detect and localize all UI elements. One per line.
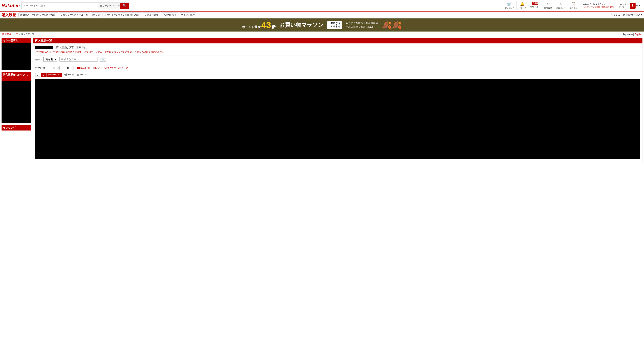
points-promo: もれなく1,000ポイント！ [583, 3, 614, 6]
banner-big-number: 43 [261, 20, 271, 30]
nav-history-label: 閲覧履歴 [544, 7, 552, 10]
view-date-icon [77, 67, 80, 69]
page-1[interactable]: 1 [35, 73, 40, 77]
content-body: の購入履歴は以下の通りです。 ご注文は10分前後で購入履歴に反映されます。注文の… [33, 44, 642, 162]
rakuten-logo[interactable]: Rakuten [2, 3, 20, 8]
lang-english-link[interactable]: English [634, 33, 642, 36]
sidebar-ranking-section: ランキング [2, 125, 31, 131]
nav-favorite-label: お気に入り [556, 7, 566, 10]
content-header: 購入履歴一覧 [33, 38, 642, 44]
subnav-points[interactable]: ポイント履歴 [179, 13, 196, 17]
banner-desc: もうすぐ冬本番！寒さ対策や 年末の準備をお得にGET [346, 21, 378, 29]
banner-date: 11/10 (土) 23:59まで [328, 21, 342, 29]
related-services-link[interactable]: 関連サービス ▾ [626, 13, 642, 17]
you-are-label: 今あなたは [619, 3, 629, 6]
subnav-review[interactable]: レビュー管理 [143, 13, 160, 17]
banner-date-line1: 11/10 (土) [329, 22, 340, 25]
notification-icon: 🔔 [520, 2, 524, 6]
header-help: もれなく1,000ポイント！ ヘルプ／ご意見窓口／出店のご案内 [581, 3, 616, 9]
user-info: の購入履歴は以下の通りです。 [35, 46, 640, 49]
campaign-banner[interactable]: ポイント最大 43 倍 お買い物マラソン 11/10 (土) 23:59まで も… [0, 19, 644, 32]
search-input[interactable] [22, 3, 98, 9]
help-link[interactable]: ヘルプ／ご意見窓口／出店のご案内 [583, 6, 614, 9]
banner-content: ポイント最大 43 倍 お買い物マラソン 11/10 (土) 23:59まで も… [242, 20, 402, 30]
nav-cart-label: 買い物かご [505, 7, 514, 10]
page-2[interactable]: 2 [41, 73, 46, 77]
points-you-are: 今あなたは ポイント [619, 3, 629, 8]
favorite-icon: ☆ [559, 2, 562, 6]
subnav-my-coupon[interactable]: my楽券 [91, 13, 102, 17]
sidebar-buy-again-section: もう一度購入 [2, 38, 31, 70]
search-product-input[interactable] [59, 57, 98, 62]
cart-icon: 🛒 [507, 2, 512, 6]
sidebar-recommendations-header: 購入履歴からのオススメ [2, 72, 31, 81]
subnav-regular-purchase[interactable]: 定期購入・予約購入(申し込み履歴) [18, 13, 58, 17]
lang-japanese: Japanese [623, 33, 633, 36]
genre-select[interactable]: 全てのジャンル [98, 3, 120, 9]
breadcrumb: 楽天市場トップ > 購入履歴一覧 Japanese | English [0, 32, 644, 37]
sub-nav-right: ジャンル一覧 関連サービス ▾ [611, 13, 642, 17]
page-info: 1件〜25件（全 43件） [64, 73, 87, 76]
order-notice: ご注文は10分前後で購入履歴に反映されます。注文のキャンセル・変更はショップが処… [35, 50, 640, 54]
year-select[interactable]: ---- 年 [47, 66, 60, 70]
multiplier-x: 倍▼ [636, 4, 640, 7]
search-type-select[interactable]: 商品名 [44, 57, 58, 62]
banner-suffix: 倍 [272, 25, 276, 29]
view-by-date-button[interactable]: 購入日別 [77, 67, 90, 70]
main-layout: もう一度購入 購入履歴からのオススメ ランキング 購入履歴一覧 の購入履歴は以下… [0, 37, 644, 163]
search-type-wrap: 商品名 [44, 57, 58, 62]
sidebar-recommendations-content [2, 81, 31, 123]
search-filter-label: 検索 [35, 58, 40, 61]
pagination: 1 2 次の18件>> 1件〜25件（全 43件） [35, 72, 640, 78]
banner-points-text: ポイント最大 43 倍 [242, 21, 276, 30]
purchase-history-icon: 📋 [571, 2, 576, 6]
banner-leaves-icon: 🍂🍂 [382, 20, 402, 30]
nav-cart[interactable]: 🛒 買い物かご [503, 1, 516, 10]
nav-history[interactable]: ↩ 閲覧履歴 [542, 1, 554, 10]
nav-icons: 🛒 買い物かご 🔔 お知らせ OFF myクーポン ↩ 閲覧履歴 ☆ お気に入り… [503, 1, 579, 10]
search-button[interactable]: 🔍 [120, 3, 129, 9]
search-filter-button[interactable]: 🔍 [100, 57, 106, 62]
content-area: 購入履歴一覧 の購入履歴は以下の通りです。 ご注文は10分前後で購入履歴に反映さ… [33, 38, 642, 162]
nav-coupon-label: myクーポン [530, 6, 540, 8]
next-page-button[interactable]: 次の18件>> [46, 73, 62, 77]
nav-coupon[interactable]: OFF myクーポン [528, 1, 542, 10]
month-select[interactable]: ---- 月 [61, 66, 74, 70]
nav-purchase-history[interactable]: 📋 購入履歴 [568, 1, 579, 10]
header: Rakuten 全てのジャンル 🔍 🛒 買い物かご 🔔 お知らせ OFF myク… [0, 0, 644, 12]
breadcrumb-top-link[interactable]: 楽天市場トップ [2, 33, 18, 36]
subnav-shop-mail[interactable]: ショップからのメール一覧 [59, 13, 90, 17]
nav-notification[interactable]: 🔔 お知らせ [516, 1, 528, 10]
user-history-text: の購入履歴は以下の通りです。 [54, 46, 89, 49]
sidebar-recommendations-section: 購入履歴からのオススメ [2, 72, 31, 123]
sidebar-ranking-header: ランキング [2, 125, 31, 131]
nav-purchase-label: 購入履歴 [570, 7, 577, 10]
subnav-rakuten-pay[interactable]: 楽天ペイオンライン決済(購入履歴) [102, 13, 142, 17]
view-toggle: 購入日別 商品別 [77, 67, 101, 70]
breadcrumb-path: 楽天市場トップ > 購入履歴一覧 [2, 33, 34, 36]
subnav-room[interactable]: ROOMを見る [161, 13, 178, 17]
sub-nav: 購入履歴 定期購入・予約購入(申し込み履歴) ショップからのメール一覧 my楽券… [0, 12, 644, 19]
sidebar: もう一度購入 購入履歴からのオススメ ランキング [2, 38, 31, 162]
search-filter-row: 検索 商品名 🔍 [35, 56, 640, 63]
genre-list-link[interactable]: ジャンル一覧 [611, 13, 625, 17]
history-icon: ↩ [546, 2, 550, 6]
view-date-label: 購入日別 [80, 67, 90, 70]
breadcrumb-separator: > [18, 33, 20, 36]
banner-pre-text: ポイント最大 [242, 25, 260, 29]
multiplier-value: 3 [630, 3, 636, 9]
points-badge: 今あなたは ポイント 3 倍▼ [617, 2, 642, 9]
nav-notification-label: お知らせ [518, 7, 526, 10]
search-bar: 全てのジャンル 🔍 [21, 3, 129, 9]
sub-nav-title: 購入履歴 [2, 13, 16, 17]
banner-date-line2: 23:59まで [329, 25, 340, 28]
view-product-label: 商品別 [94, 67, 101, 70]
coupon-icon: OFF [532, 2, 538, 5]
user-name-blocked [35, 46, 52, 49]
view-by-product-button[interactable]: 商品別 [91, 67, 101, 70]
points-suffix-label: ポイント [619, 6, 629, 8]
breadcrumb-current: 購入履歴一覧 [21, 33, 34, 36]
clear-filter-link[interactable]: 絞込条件をすべてクリア [102, 67, 128, 70]
banner-shop-title: お買い物マラソン [279, 21, 324, 29]
nav-favorite[interactable]: ☆ お気に入り [554, 1, 568, 10]
